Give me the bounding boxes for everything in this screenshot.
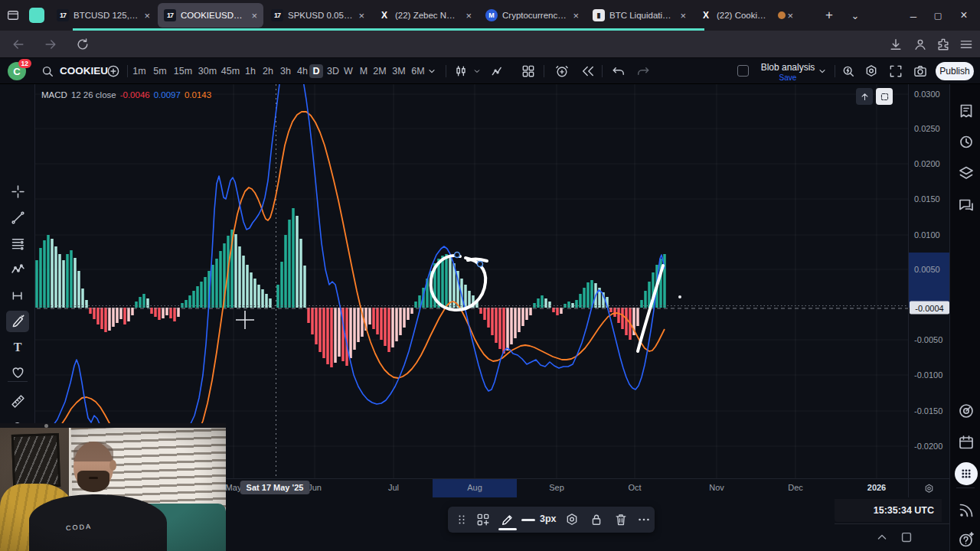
timeframe-D[interactable]: D: [309, 64, 323, 78]
compare-add-icon[interactable]: [106, 64, 121, 79]
maximize-pane-button[interactable]: [876, 88, 893, 105]
browser-tab[interactable]: ▮BTC Liquidation Levels×: [586, 3, 692, 28]
browser-tab[interactable]: 17COOKIEUSDT 0.1295 ◢×: [158, 3, 263, 28]
timeframe-6M[interactable]: 6M: [409, 64, 427, 78]
timeframe-W[interactable]: W: [341, 64, 355, 78]
tab-close-icon[interactable]: ×: [358, 10, 364, 21]
window-maximize-button[interactable]: ▢: [928, 6, 948, 24]
drag-handle-icon[interactable]: [454, 512, 469, 527]
apps-grid-icon[interactable]: [955, 462, 978, 485]
symbol-search-icon[interactable]: [40, 64, 55, 79]
trendline-tool-icon[interactable]: [6, 207, 29, 228]
calendar-icon[interactable]: [957, 433, 975, 452]
settings-gear-icon[interactable]: [864, 64, 879, 79]
alerts-icon[interactable]: [957, 132, 975, 151]
new-tab-button[interactable]: +: [819, 6, 839, 24]
indicator-name[interactable]: MACD: [41, 90, 67, 99]
pattern-tool-icon[interactable]: [6, 259, 29, 280]
add-drawing-template-icon[interactable]: [475, 512, 491, 527]
indicator-legend[interactable]: MACD12 26 close-0.00460.00970.0143: [41, 90, 219, 99]
browser-tab[interactable]: 17SPKUSD 0.05265 ▲ +×: [265, 3, 371, 28]
lock-drawing-icon[interactable]: [589, 512, 604, 527]
account-icon[interactable]: [913, 37, 928, 52]
move-pane-up-button[interactable]: [856, 88, 873, 105]
tab-list-button[interactable]: ⌄: [845, 6, 865, 24]
timeframe-3h[interactable]: 3h: [277, 64, 294, 78]
emoji-tool-icon[interactable]: [6, 361, 29, 383]
position-tool-icon[interactable]: [6, 285, 29, 306]
timeframe-30m[interactable]: 30m: [196, 64, 219, 78]
collapse-chevron-icon[interactable]: [874, 530, 890, 545]
ruler-tool-icon[interactable]: [6, 390, 29, 412]
menu-icon[interactable]: [959, 37, 974, 52]
line-width-sample[interactable]: [521, 519, 535, 521]
scanner-icon[interactable]: [957, 402, 975, 420]
pinned-tab[interactable]: [29, 8, 44, 23]
text-tool-icon[interactable]: T: [6, 337, 29, 358]
tab-close-icon[interactable]: ×: [251, 10, 257, 21]
indicators-icon[interactable]: [490, 64, 505, 79]
timeframe-1m[interactable]: 1m: [130, 64, 149, 78]
price-axis[interactable]: 0.03000.02500.02000.01500.01000.0050-0.0…: [908, 84, 949, 479]
downloads-icon[interactable]: [888, 37, 903, 52]
undo-icon[interactable]: [611, 64, 626, 79]
layout-name[interactable]: Blob analysisSave: [758, 62, 818, 82]
timeframe-1h[interactable]: 1h: [242, 64, 259, 78]
snapshot-camera-icon[interactable]: [913, 64, 928, 79]
drawing-settings-gear-icon[interactable]: [564, 512, 580, 527]
symbol-name[interactable]: COOKIEU: [60, 65, 108, 77]
timeframe-2h[interactable]: 2h: [260, 64, 276, 78]
timeframe-15m[interactable]: 15m: [172, 64, 194, 78]
timeframe-4h[interactable]: 4h: [295, 64, 310, 78]
style-chevron-icon[interactable]: [472, 64, 482, 79]
macd-chart[interactable]: [35, 84, 908, 479]
fib-tool-icon[interactable]: [6, 233, 29, 254]
chat-icon[interactable]: [957, 196, 975, 214]
alert-icon[interactable]: [554, 64, 570, 79]
save-layout-link[interactable]: Save: [758, 73, 818, 82]
timeframe-45m[interactable]: 45m: [220, 64, 240, 78]
extensions-icon[interactable]: [936, 37, 951, 52]
tab-close-icon[interactable]: ×: [144, 10, 150, 21]
maximize-window-icon[interactable]: [899, 530, 914, 545]
layout-chevron-icon[interactable]: [816, 64, 828, 79]
crosshair-tool-icon[interactable]: [6, 181, 29, 202]
firefox-view-icon[interactable]: [6, 8, 20, 22]
forward-icon[interactable]: [43, 37, 58, 52]
fullscreen-icon[interactable]: [888, 64, 903, 79]
layout-checkbox[interactable]: [737, 65, 749, 77]
axis-gear-icon[interactable]: [923, 483, 935, 494]
feed-icon[interactable]: [957, 501, 975, 520]
chart-pane[interactable]: MACD12 26 close-0.00460.00970.0143: [35, 84, 908, 479]
replay-icon[interactable]: [580, 64, 596, 79]
watchlist-icon[interactable]: [957, 102, 975, 120]
quick-search-icon[interactable]: [841, 64, 856, 79]
timeframe-3M[interactable]: 3M: [390, 64, 408, 78]
more-options-icon[interactable]: [636, 512, 652, 527]
brush-tool-icon[interactable]: [6, 311, 29, 332]
delete-drawing-icon[interactable]: [613, 512, 629, 527]
clock-utc[interactable]: 15:35:34 UTC: [835, 499, 942, 522]
timeframe-M[interactable]: M: [357, 64, 371, 78]
user-avatar[interactable]: C12: [8, 62, 26, 80]
tab-close-icon[interactable]: ×: [680, 10, 686, 21]
reload-icon[interactable]: [75, 37, 90, 52]
browser-tab[interactable]: X(22) Cookie DAO (×: [694, 3, 799, 28]
window-close-button[interactable]: ×: [954, 6, 974, 24]
pencil-tool-icon[interactable]: [500, 512, 515, 527]
window-minimize-button[interactable]: –: [903, 6, 923, 24]
tab-close-icon[interactable]: ×: [573, 10, 579, 21]
browser-tab[interactable]: MCryptocurrency Prices×: [479, 3, 585, 28]
axis-settings-cell[interactable]: [908, 478, 949, 497]
timeframe-5m[interactable]: 5m: [150, 64, 170, 78]
tab-close-icon[interactable]: ×: [787, 10, 793, 21]
tab-close-icon[interactable]: ×: [466, 10, 472, 21]
layout-grid-icon[interactable]: [521, 64, 536, 79]
back-icon[interactable]: [11, 37, 26, 52]
timeframe-2M[interactable]: 2M: [371, 64, 389, 78]
timeframe-3D[interactable]: 3D: [325, 64, 341, 78]
interval-chevron-icon[interactable]: [426, 64, 438, 79]
browser-tab[interactable]: 17BTCUSD 125,090.02 ◢×: [51, 3, 156, 28]
help-icon[interactable]: [957, 530, 975, 549]
redo-icon[interactable]: [635, 64, 651, 79]
